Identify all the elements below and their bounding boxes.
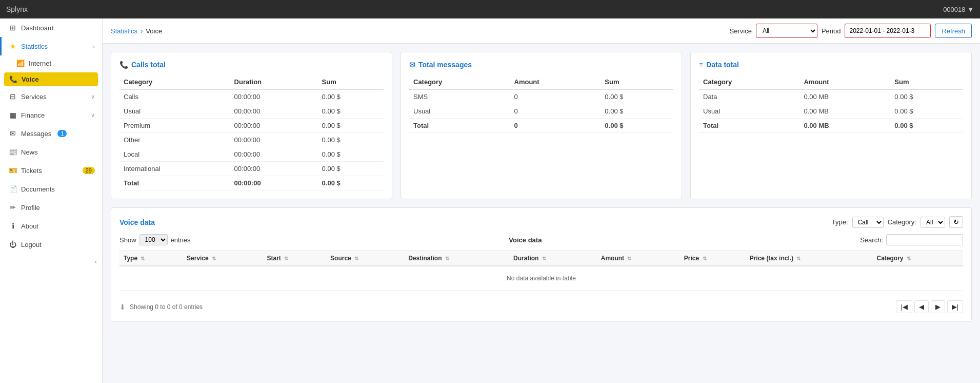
sidebar-label-about: About — [21, 222, 38, 230]
prev-page-button[interactable]: ◀ — [914, 300, 929, 313]
chevron-down-services-icon: ∨ — [91, 93, 95, 100]
voice-col-category[interactable]: Category ⇅ — [873, 251, 963, 266]
search-label: Search: — [860, 236, 883, 244]
sidebar-item-finance[interactable]: ▦ Finance ∨ — [0, 106, 102, 124]
type-select[interactable]: Call SMS — [852, 217, 884, 228]
sidebar-item-internet[interactable]: 📶 Internet — [0, 55, 102, 71]
amount-cell: 0 — [510, 89, 601, 104]
duration-cell: 00:00:00 — [230, 104, 318, 119]
category-select[interactable]: All — [921, 217, 945, 228]
sum-cell: 0.00 $ — [601, 89, 673, 104]
user-menu[interactable]: 000018 ▼ — [943, 6, 974, 13]
category-cell: Usual — [119, 104, 230, 119]
chevron-down-finance-icon: ∨ — [91, 112, 95, 119]
voice-col-service[interactable]: Service ⇅ — [183, 251, 263, 266]
data-total-table: Category Amount Sum Data0.00 MB0.00 $Usu… — [699, 75, 963, 133]
type-label: Type: — [832, 218, 848, 226]
sort-icon: ⇅ — [284, 256, 288, 261]
amount-cell: 0.00 MB — [799, 119, 890, 133]
sum-cell: 0.00 $ — [318, 119, 384, 133]
last-page-button[interactable]: ▶| — [947, 300, 963, 313]
voice-col-type[interactable]: Type ⇅ — [119, 251, 183, 266]
finance-icon: ▦ — [9, 111, 17, 119]
sidebar-item-voice[interactable]: 📞 Voice — [4, 72, 98, 86]
tickets-badge: 29 — [83, 167, 95, 174]
stats-cards-row: 📞 Calls total Category Duration Sum Call… — [111, 52, 972, 199]
show-label: Show — [119, 236, 136, 244]
table-row: Calls00:00:000.00 $ — [119, 89, 384, 104]
sidebar-label-messages: Messages — [21, 130, 51, 138]
data-col-amount: Amount — [799, 75, 890, 89]
sum-cell: 0.00 $ — [318, 89, 384, 104]
services-icon: ⊟ — [9, 92, 17, 101]
voice-col-price-(tax-incl.)[interactable]: Price (tax incl.) ⇅ — [746, 251, 873, 266]
table-row: Data0.00 MB0.00 $ — [699, 89, 963, 104]
sidebar-item-services[interactable]: ⊟ Services ∨ — [0, 87, 102, 106]
table-row: Usual00.00 $ — [409, 104, 673, 119]
msg-col-amount: Amount — [510, 75, 601, 89]
messages-badge: 1 — [57, 130, 67, 137]
filter-bar: Service All Period Refresh — [730, 24, 972, 38]
first-page-button[interactable]: |◀ — [896, 300, 912, 313]
table-row: International00:00:000.00 $ — [119, 162, 384, 176]
sidebar-item-tickets[interactable]: 🎫 Tickets 29 — [0, 161, 102, 180]
sidebar-collapse-button[interactable]: ‹ — [0, 254, 102, 270]
search-input[interactable] — [886, 234, 963, 245]
sum-cell: 0.00 $ — [318, 162, 384, 176]
amount-cell: 0.00 MB — [799, 89, 890, 104]
service-filter-select[interactable]: All — [756, 24, 817, 38]
refresh-button[interactable]: Refresh — [935, 24, 972, 38]
voice-col-destination[interactable]: Destination ⇅ — [404, 251, 509, 266]
category-cell: Data — [699, 89, 799, 104]
table-row: Usual00:00:000.00 $ — [119, 104, 384, 119]
category-cell: Total — [409, 119, 510, 133]
reload-button[interactable]: ↻ — [949, 216, 963, 228]
sidebar-item-documents[interactable]: 📄 Documents — [0, 180, 102, 198]
breadcrumb-parent[interactable]: Statistics — [111, 27, 137, 35]
breadcrumb-separator: › — [141, 27, 143, 35]
data-col-sum: Sum — [890, 75, 963, 89]
duration-cell: 00:00:00 — [230, 133, 318, 147]
sum-cell: 0.00 $ — [890, 104, 963, 119]
statistics-submenu: 📶 Internet 📞 Voice — [0, 55, 102, 87]
sidebar-item-dashboard[interactable]: ⊞ Dashboard — [0, 18, 102, 37]
period-filter-input[interactable] — [845, 24, 931, 38]
service-filter-label: Service — [730, 27, 752, 35]
breadcrumb-current: Voice — [146, 27, 162, 35]
calls-col-duration: Duration — [230, 75, 318, 89]
voice-col-amount[interactable]: Amount ⇅ — [597, 251, 680, 266]
voice-col-start[interactable]: Start ⇅ — [263, 251, 327, 266]
sidebar-item-statistics[interactable]: ★ Statistics › — [0, 37, 102, 55]
sidebar-item-messages[interactable]: ✉ Messages 1 — [0, 124, 102, 143]
voice-data-section: Voice data Type: Call SMS Category: All … — [111, 207, 972, 322]
sidebar-label-statistics: Statistics — [21, 43, 48, 50]
voice-data-table: Type ⇅Service ⇅Start ⇅Source ⇅Destinatio… — [119, 251, 963, 291]
duration-cell: 00:00:00 — [230, 89, 318, 104]
sidebar-item-about[interactable]: ℹ About — [0, 217, 102, 235]
voice-col-source[interactable]: Source ⇅ — [326, 251, 404, 266]
category-cell: Other — [119, 133, 230, 147]
entries-label: entries — [171, 236, 191, 244]
category-cell: SMS — [409, 89, 510, 104]
voice-col-price[interactable]: Price ⇅ — [680, 251, 746, 266]
sort-icon: ⇅ — [354, 256, 358, 261]
total-messages-title: ✉ Total messages — [409, 61, 673, 69]
news-icon: 📰 — [9, 148, 17, 156]
sidebar-item-news[interactable]: 📰 News — [0, 143, 102, 161]
table-row: Total0.00 MB0.00 $ — [699, 119, 963, 133]
sidebar-item-profile[interactable]: ✏ Profile — [0, 198, 102, 217]
next-page-button[interactable]: ▶ — [931, 300, 945, 313]
category-cell: Calls — [119, 89, 230, 104]
entries-select[interactable]: 100 25 50 — [139, 234, 168, 245]
duration-cell: 00:00:00 — [230, 162, 318, 176]
voice-type-controls: Type: Call SMS Category: All ↻ — [832, 216, 963, 228]
export-icon[interactable]: ⬇ — [119, 303, 126, 311]
chevron-right-icon: › — [93, 43, 95, 49]
category-cell: Usual — [699, 104, 799, 119]
sidebar-item-logout[interactable]: ⏻ Logout — [0, 235, 102, 254]
voice-col-duration[interactable]: Duration ⇅ — [509, 251, 597, 266]
table-row: Local00:00:000.00 $ — [119, 147, 384, 162]
calls-total-table: Category Duration Sum Calls00:00:000.00 … — [119, 75, 384, 190]
sort-icon: ⇅ — [212, 256, 216, 261]
amount-cell: 0.00 MB — [799, 104, 890, 119]
